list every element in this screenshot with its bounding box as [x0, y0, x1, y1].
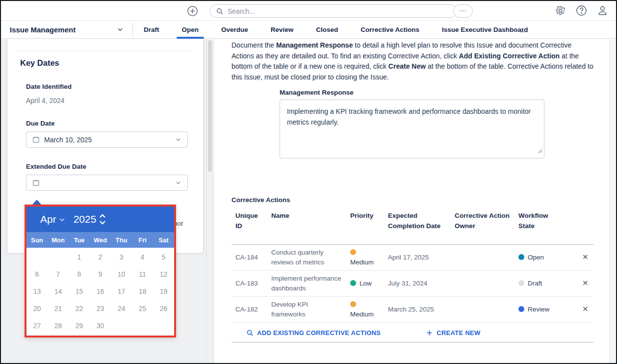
- topbar-actions: [555, 5, 608, 17]
- priority-dot-icon: [350, 280, 356, 286]
- app-window: Search... ⋯ Issue Management: [0, 0, 617, 364]
- remove-row-button[interactable]: ✕: [577, 253, 589, 261]
- left-pane-scrollbar[interactable]: [206, 39, 213, 363]
- tab-draft[interactable]: Draft: [132, 21, 171, 38]
- calendar-day-name: Tue: [69, 236, 90, 244]
- add-existing-corrective-actions-button[interactable]: ADD EXISTING CORRECTIVE ACTIONS: [246, 329, 381, 337]
- settings-button[interactable]: [555, 5, 566, 17]
- calendar-day[interactable]: 23: [90, 300, 111, 317]
- calendar-day[interactable]: 1: [69, 249, 90, 266]
- create-new-corrective-action-button[interactable]: CREATE NEW: [426, 329, 480, 337]
- resize-handle-icon[interactable]: [538, 146, 542, 156]
- search-options-button[interactable]: ⋯: [453, 4, 473, 18]
- tab-open[interactable]: Open: [171, 21, 210, 38]
- year-spinner[interactable]: 2025: [74, 213, 107, 226]
- remove-row-button[interactable]: ✕: [577, 305, 589, 313]
- calendar-day[interactable]: 16: [90, 283, 111, 300]
- chevron-down-icon: [175, 180, 181, 186]
- calendar-day-name: Fri: [132, 236, 153, 244]
- management-response-label: Management Response: [280, 89, 354, 96]
- priority-cell: Medium: [346, 245, 384, 270]
- priority-dot-icon: [350, 301, 356, 307]
- search-input[interactable]: Search... ⋯: [209, 4, 457, 18]
- calendar-day[interactable]: 14: [48, 283, 69, 300]
- expected-completion-date-cell: March 25, 2025: [384, 302, 451, 317]
- calendar-day-names: SunMonTueWedThuFriSat: [26, 232, 174, 248]
- table-header-row: Unique IDNamePriorityExpected Completion…: [231, 207, 593, 245]
- calendar-day[interactable]: 21: [48, 300, 69, 317]
- tab-corrective-actions[interactable]: Corrective Actions: [349, 21, 431, 38]
- calendar-day[interactable]: 6: [26, 266, 48, 283]
- calendar-day[interactable]: 4: [132, 249, 153, 266]
- calendar-day[interactable]: 24: [111, 300, 132, 317]
- main-panel-scrollbar[interactable]: [609, 39, 616, 363]
- calendar-day[interactable]: 12: [153, 266, 174, 283]
- intro-bold-text: Management Response: [276, 41, 353, 49]
- calendar-day[interactable]: 29: [69, 317, 90, 335]
- create-new-button[interactable]: [187, 5, 198, 17]
- calendar-day[interactable]: 25: [132, 300, 153, 317]
- column-header: Workflow State: [514, 207, 573, 244]
- calendar-day[interactable]: 11: [132, 266, 153, 283]
- calendar-day[interactable]: 19: [153, 283, 174, 300]
- management-response-textarea[interactable]: Implementing a KPI tracking framework an…: [280, 100, 544, 158]
- column-header-remove: [573, 207, 593, 244]
- month-selector[interactable]: Apr: [40, 213, 66, 225]
- tabs-overflow-button[interactable]: ...: [520, 26, 528, 34]
- calendar-day[interactable]: 22: [69, 300, 90, 317]
- priority-dot-icon: [350, 249, 356, 255]
- remove-cell: ✕: [573, 302, 593, 317]
- table-row: CA-182Develop KPI frameworksMediumMarch …: [231, 297, 593, 323]
- main-panel: Document the Management Response to deta…: [214, 39, 609, 363]
- calendar-day[interactable]: 13: [26, 283, 48, 300]
- calendar-day[interactable]: 20: [26, 300, 48, 317]
- chevron-down-icon: [175, 136, 181, 143]
- due-date-input[interactable]: March 10, 2025: [26, 131, 188, 148]
- unique-id-cell: CA-182: [231, 302, 267, 317]
- calendar-day[interactable]: 3: [111, 249, 132, 266]
- remove-cell: ✕: [573, 276, 593, 291]
- date-identified-value: April 4, 2024: [26, 97, 203, 104]
- scrollbar-thumb[interactable]: [208, 40, 212, 172]
- calendar-day[interactable]: 18: [132, 283, 153, 300]
- user-icon: [597, 10, 608, 18]
- calendar-day[interactable]: 26: [153, 300, 174, 317]
- calendar-grid: 1234567891011121314151617181920212223242…: [26, 248, 174, 336]
- app-selector[interactable]: Issue Management: [10, 26, 124, 34]
- calendar-day[interactable]: 8: [69, 266, 90, 283]
- corrective-actions-table: Unique IDNamePriorityExpected Completion…: [231, 207, 593, 342]
- calendar-empty-cell: [153, 317, 174, 335]
- tab-closed[interactable]: Closed: [305, 21, 349, 38]
- spinner-icon: [99, 213, 106, 226]
- calendar-icon: [32, 179, 40, 186]
- tab-review[interactable]: Review: [259, 21, 305, 38]
- column-header: Unique ID: [231, 207, 267, 244]
- due-date-label: Due Date: [26, 120, 203, 127]
- tabbar: Issue Management DraftOpenOverdueReviewC…: [1, 21, 616, 39]
- calendar-day[interactable]: 7: [48, 266, 69, 283]
- intro-text: Document the: [231, 41, 276, 49]
- calendar-day[interactable]: 10: [111, 266, 132, 283]
- month-label: Apr: [40, 213, 56, 225]
- extended-due-date-input[interactable]: [26, 175, 188, 191]
- calendar-day[interactable]: 17: [111, 283, 132, 300]
- column-header: Name: [267, 207, 346, 244]
- tab-overdue[interactable]: Overdue: [210, 21, 259, 38]
- calendar-empty-cell: [111, 317, 132, 335]
- calendar-day[interactable]: 9: [90, 266, 111, 283]
- owner-cell: [451, 255, 514, 260]
- calendar-empty-cell: [48, 249, 69, 266]
- calendar-day[interactable]: 28: [48, 317, 69, 335]
- calendar-day[interactable]: 30: [90, 317, 111, 335]
- calendar-day[interactable]: 15: [69, 283, 90, 300]
- workflow-state-label: Draft: [528, 280, 542, 287]
- account-button[interactable]: [597, 5, 608, 17]
- app-title: Issue Management: [10, 26, 76, 34]
- calendar-day-name: Thu: [111, 236, 132, 244]
- calendar-day[interactable]: 5: [153, 249, 174, 266]
- remove-row-button[interactable]: ✕: [577, 279, 589, 287]
- calendar-day[interactable]: 2: [90, 249, 111, 266]
- calendar-day[interactable]: 27: [26, 317, 48, 335]
- help-button[interactable]: [576, 5, 587, 17]
- workflow-state-cell: Open: [514, 250, 573, 265]
